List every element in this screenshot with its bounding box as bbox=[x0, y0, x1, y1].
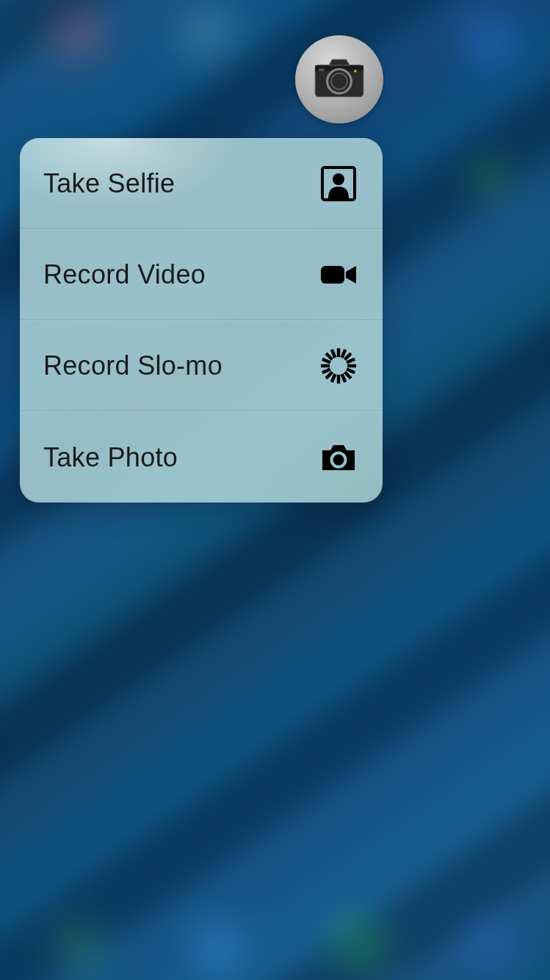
video-icon bbox=[319, 256, 358, 294]
svg-rect-21 bbox=[321, 364, 330, 367]
svg-point-4 bbox=[354, 70, 357, 73]
camera-app-icon[interactable] bbox=[295, 35, 383, 123]
quick-action-record-video[interactable]: Record Video bbox=[20, 229, 383, 320]
svg-rect-5 bbox=[319, 69, 325, 71]
selfie-icon bbox=[319, 165, 358, 203]
quick-action-take-photo[interactable]: Take Photo bbox=[20, 411, 383, 502]
svg-rect-8 bbox=[321, 266, 344, 284]
svg-rect-9 bbox=[337, 348, 340, 357]
menu-item-label: Record Video bbox=[43, 259, 206, 290]
quick-action-record-slomo[interactable]: Record Slo-mo bbox=[20, 320, 383, 411]
slomo-icon bbox=[319, 347, 358, 385]
camera-icon bbox=[311, 49, 368, 109]
quick-actions-menu: Take Selfie Record Video Record Slo-mo bbox=[20, 138, 383, 502]
svg-rect-13 bbox=[347, 364, 356, 367]
menu-item-label: Take Photo bbox=[43, 442, 178, 473]
quick-action-take-selfie[interactable]: Take Selfie bbox=[20, 138, 383, 229]
menu-item-label: Take Selfie bbox=[43, 168, 175, 199]
svg-point-7 bbox=[333, 173, 344, 185]
menu-item-label: Record Slo-mo bbox=[43, 350, 222, 381]
camera-icon bbox=[319, 439, 358, 477]
svg-rect-17 bbox=[337, 375, 340, 383]
